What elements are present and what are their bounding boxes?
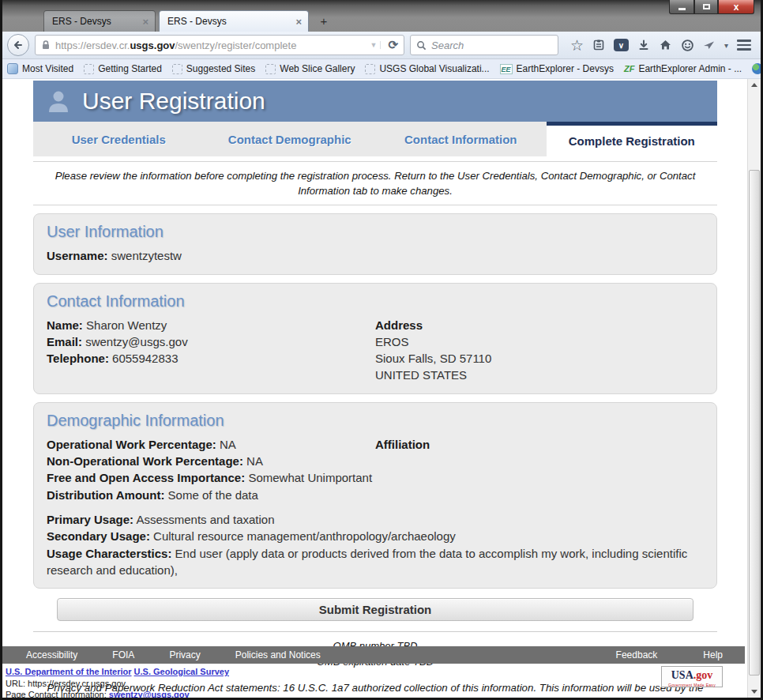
bottom-info: U.S. Department of the Interior U.S. Geo… [2,664,745,698]
bookmark-usgs-global-visualization[interactable]: USGS Global Visualizati... [365,63,489,74]
browser-tab-active[interactable]: ERS - Devsys × [159,10,309,32]
bookmark-suggested-sites[interactable]: Suggested Sites [172,63,255,74]
pocket-icon[interactable]: ∨ [614,39,629,51]
tab-close-icon[interactable]: × [295,17,302,27]
minimize-button[interactable] [669,0,694,14]
back-button[interactable] [7,34,29,56]
usagov-logo[interactable]: USA.gov Government Made Easy [661,666,723,687]
scroll-down-button[interactable] [748,686,761,698]
contact-information-section: Contact Information Name: Sharon Wentzy … [33,283,717,394]
footer-bar: Accessibility FOIA Privacy Policies and … [2,646,745,664]
demographic-information-heading: Demographic Information [47,412,704,430]
page-contact-line: Page Contact Information: swentzy@usgs.g… [6,689,745,698]
download-icon[interactable] [637,39,650,51]
usagov-main: USA [671,669,693,681]
footer-link-privacy[interactable]: Privacy [169,649,200,660]
bookmark-most-visited[interactable]: Most Visited [7,63,73,74]
footer-link-help[interactable]: Help [703,649,723,660]
url-bar[interactable]: https://ersdev.cr.usgs.gov/swentzy/regis… [35,35,404,55]
usage-block: Primary Usage: Assessments and taxation … [47,511,704,578]
vertical-scrollbar[interactable] [747,79,761,698]
favicon-placeholder-icon [172,64,182,74]
review-notice: Please review the information before com… [33,161,717,205]
footer-link-foia[interactable]: FOIA [112,649,134,660]
maximize-button[interactable] [694,0,718,14]
titlebar[interactable]: ERS - Devsys × ERS - Devsys × + x [2,0,761,32]
address-line: Sioux Falls, SD 57110 [375,350,704,367]
footer-link-policies[interactable]: Policies and Notices [235,649,321,660]
window-controls: x [669,0,754,14]
favicon-placeholder-icon [365,64,375,74]
name-row: Name: Sharon Wentzy [47,317,375,333]
minimize-icon [678,8,686,10]
feedback-smiley-icon[interactable] [681,39,694,52]
usgs-link[interactable]: U.S. Geological Survey [134,667,229,676]
contact-left-column: Name: Sharon Wentzy Email: swentzy@usgs.… [47,317,375,384]
reload-icon[interactable]: ⟳ [385,38,400,52]
addon-dropdown-icon[interactable]: ▾ [724,41,728,50]
bookmark-earthexplorer-devsys[interactable]: EEEarthExplorer - Devsys [500,63,614,74]
address-block: Address EROS Sioux Falls, SD 57110 UNITE… [375,317,704,384]
bookmark-earthexplorer-admin[interactable]: ZFEarthExplorer Admin - ... [624,63,742,74]
demographic-information-section: Demographic Information Operational Work… [33,402,717,589]
browser-tab-inactive[interactable]: ERS - Devsys × [43,10,156,32]
bookmarks-panel-icon[interactable] [592,39,605,51]
tab-user-credentials[interactable]: User Credentials [33,122,205,156]
scrollbar-thumb[interactable] [749,170,760,676]
close-icon: x [734,2,739,13]
username-row: Username: swentzytestw [47,247,704,264]
tab-contact-information[interactable]: Contact Information [375,122,547,156]
footer-links-left: Accessibility FOIA Privacy Policies and … [2,649,321,660]
menu-icon[interactable] [737,40,751,51]
address-label: Address [375,317,704,333]
globe-icon [752,63,761,74]
toolbar-icons: ☆ ∨ ▾ [564,38,753,53]
search-input[interactable]: Search [410,35,558,55]
secondary-usage-row: Secondary Usage: Cultural resource manag… [47,528,704,544]
url-line: URL: https://ersdev.cr.usgs.gov [6,678,745,690]
navigation-toolbar: https://ersdev.cr.usgs.gov/swentzy/regis… [2,32,761,59]
footer-link-accessibility[interactable]: Accessibility [26,649,77,660]
user-information-heading: User Information [47,223,704,241]
close-button[interactable]: x [718,0,754,14]
submit-registration-button[interactable]: Submit Registration [57,598,693,621]
telephone-row: Telephone: 6055942833 [47,350,375,367]
bookmarks-bar: Most Visited Getting Started Suggested S… [2,59,761,79]
tab-close-icon[interactable]: × [142,17,148,27]
addon-icon[interactable] [703,39,716,51]
agency-links-line: U.S. Department of the Interior U.S. Geo… [6,666,745,678]
earthexplorer-icon: EE [500,64,513,74]
address-line: EROS [375,333,704,350]
tab-contact-demographic[interactable]: Contact Demographic [205,122,376,156]
home-icon[interactable] [659,39,672,51]
browser-tab-title: ERS - Devsys [167,16,227,27]
bookmark-glovis-next[interactable]: GloVis Next - Error Occ... [752,63,761,74]
address-line: UNITED STATES [375,367,704,383]
contact-information-heading: Contact Information [47,292,704,310]
browser-tabs: ERS - Devsys × ERS - Devsys × + [43,10,334,32]
bookmark-star-icon[interactable]: ☆ [570,38,584,53]
bookmark-web-slice-gallery[interactable]: Web Slice Gallery [265,63,355,74]
back-arrow-icon [12,39,24,51]
bookmark-getting-started[interactable]: Getting Started [84,63,162,74]
page-title: User Registration [82,88,265,115]
new-tab-button[interactable]: + [314,13,334,30]
page-contact-link[interactable]: swentzy@usgs.gov [109,690,190,698]
footer-link-feedback[interactable]: Feedback [616,649,658,660]
scroll-up-button[interactable] [748,79,761,91]
operational-row: Operational Work Percentage: NA [47,436,375,453]
affiliation-label: Affiliation [375,436,704,453]
url-text[interactable]: https://ersdev.cr.usgs.gov/swentzy/regis… [55,40,363,51]
interior-link[interactable]: U.S. Department of the Interior [6,667,132,676]
page-header: User Registration [33,81,717,122]
usagov-suffix: .gov [693,669,713,681]
url-dropdown-icon[interactable]: ▼ [367,41,382,49]
maximize-icon [703,4,710,9]
user-icon [44,87,73,115]
tab-complete-registration[interactable]: Complete Registration [547,122,718,156]
search-placeholder: Search [431,40,464,51]
user-information-section: User Information Username: swentzytestw [33,213,717,274]
demographic-left-column: Operational Work Percentage: NA Non-Oper… [47,436,375,503]
favicon-placeholder-icon [84,64,94,74]
footer-links-right: Feedback Help [616,649,745,660]
